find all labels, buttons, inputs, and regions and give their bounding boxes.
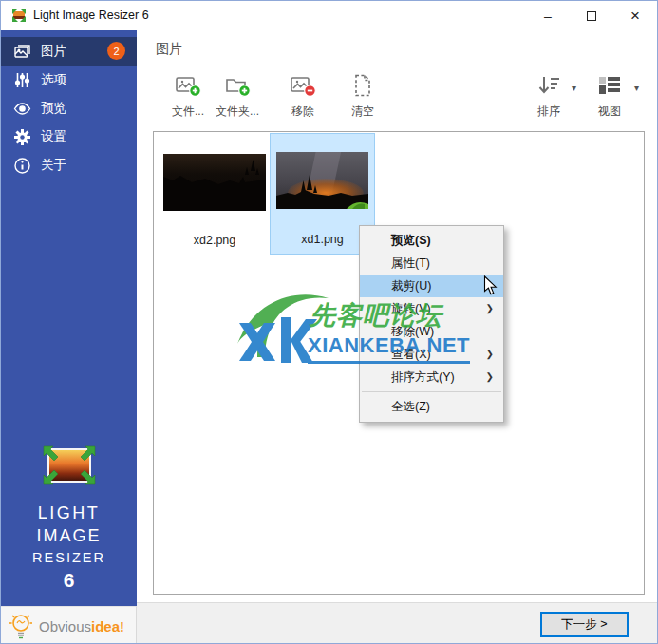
sidebar-item-label: 选项 (41, 71, 66, 88)
sidebar: 图片 2 选项 预览 (1, 30, 137, 606)
sidebar-item-label: 设置 (41, 128, 66, 145)
view-icon (596, 72, 623, 99)
sort-button[interactable]: 排序 (518, 72, 579, 120)
submenu-arrow-icon: ❯ (486, 297, 494, 320)
minimize-icon: – (544, 9, 552, 24)
view-dropdown-caret[interactable]: ▾ (634, 83, 639, 93)
minimize-button[interactable]: – (526, 1, 570, 30)
menu-item-view[interactable]: 查看(X)❯ (360, 343, 503, 366)
sidebar-item-images[interactable]: 图片 2 (1, 37, 137, 66)
lightbulb-icon (9, 612, 33, 640)
menu-item-rotate[interactable]: 旋转(V)❯ (360, 297, 503, 320)
menu-item-preview[interactable]: 预览(S) (360, 229, 503, 252)
app-window: Light Image Resizer 6 – × 图片 2 (0, 0, 658, 644)
sidebar-item-label: 图片 (41, 43, 66, 60)
add-folder-label: 文件夹... (207, 104, 268, 120)
app-icon (11, 8, 27, 23)
brand-text: Obviousidea! (39, 618, 124, 635)
add-folder-icon (224, 72, 251, 99)
sort-dropdown-caret[interactable]: ▾ (572, 83, 576, 93)
view-label: 视图 (579, 104, 640, 120)
remove-image-icon (290, 72, 316, 99)
maximize-button[interactable] (570, 1, 613, 30)
logo-text-image: IMAGE (1, 526, 137, 546)
context-menu: 预览(S) 属性(T) 裁剪(U) 旋转(V)❯ 移除(W) 查看(X)❯ 排序… (359, 225, 504, 423)
remove-button[interactable]: 移除 (273, 72, 333, 120)
next-step-button[interactable]: 下一步 > (540, 612, 629, 637)
sort-icon (536, 72, 562, 99)
menu-item-select-all[interactable]: 全选(Z) (360, 395, 503, 418)
add-folder-button[interactable]: 文件夹... (207, 72, 268, 120)
header-divider (155, 66, 654, 66)
remove-label: 移除 (273, 104, 333, 120)
title-bar: Light Image Resizer 6 – × (1, 1, 657, 30)
sidebar-item-preview[interactable]: 预览 (1, 94, 137, 123)
eye-icon (13, 100, 31, 118)
menu-item-crop[interactable]: 裁剪(U) (360, 275, 503, 297)
menu-item-label: 旋转(V) (391, 302, 431, 315)
image-count-badge: 2 (107, 42, 125, 60)
sidebar-item-settings[interactable]: 设置 (1, 123, 137, 151)
submenu-arrow-icon: ❯ (486, 366, 494, 388)
sort-label: 排序 (518, 104, 579, 120)
logo-text-resizer: RESIZER (1, 550, 137, 565)
close-icon: × (630, 7, 640, 26)
menu-item-label: 排序方式(Y) (391, 370, 455, 384)
maximize-icon (587, 11, 596, 21)
logo-text-light: LIGHT (1, 503, 137, 523)
sidebar-item-label: 预览 (41, 100, 66, 117)
clear-button[interactable]: 清空 (332, 72, 393, 120)
clear-list-icon (349, 72, 376, 99)
resizer-logo-icon (40, 443, 99, 488)
brand-text-accent: idea! (91, 618, 124, 635)
window-controls: – × (526, 1, 657, 30)
sidebar-item-about[interactable]: 关于 (1, 151, 137, 180)
close-button[interactable]: × (613, 1, 657, 30)
sidebar-item-label: 关于 (41, 157, 66, 174)
gear-icon (13, 128, 31, 146)
menu-item-remove[interactable]: 移除(W) (360, 320, 503, 343)
thumbnail-xd1 (276, 152, 368, 209)
page-title: 图片 (156, 41, 182, 58)
sidebar-item-options[interactable]: 选项 (1, 66, 137, 94)
thumbnail-xd2 (163, 154, 266, 211)
logo-text-version: 6 (1, 569, 137, 592)
window-title: Light Image Resizer 6 (33, 1, 149, 29)
sidebar-logo: LIGHT IMAGE RESIZER 6 (1, 443, 137, 592)
sliders-icon (13, 71, 31, 89)
obviousidea-brand[interactable]: Obviousidea! (1, 606, 137, 644)
menu-item-properties[interactable]: 属性(T) (360, 252, 503, 275)
submenu-arrow-icon: ❯ (486, 343, 494, 366)
menu-item-label: 查看(X) (391, 348, 431, 361)
menu-separator (362, 391, 501, 392)
view-button[interactable]: 视图 (579, 72, 640, 120)
menu-item-sort-by[interactable]: 排序方式(Y)❯ (360, 366, 503, 388)
add-file-icon (175, 72, 201, 99)
mouse-cursor (483, 275, 498, 296)
filename-label: xd2.png (163, 234, 266, 247)
clear-label: 清空 (332, 104, 393, 120)
images-icon (13, 43, 31, 61)
info-icon (13, 157, 31, 175)
footer-bar: 下一步 > (137, 602, 658, 644)
